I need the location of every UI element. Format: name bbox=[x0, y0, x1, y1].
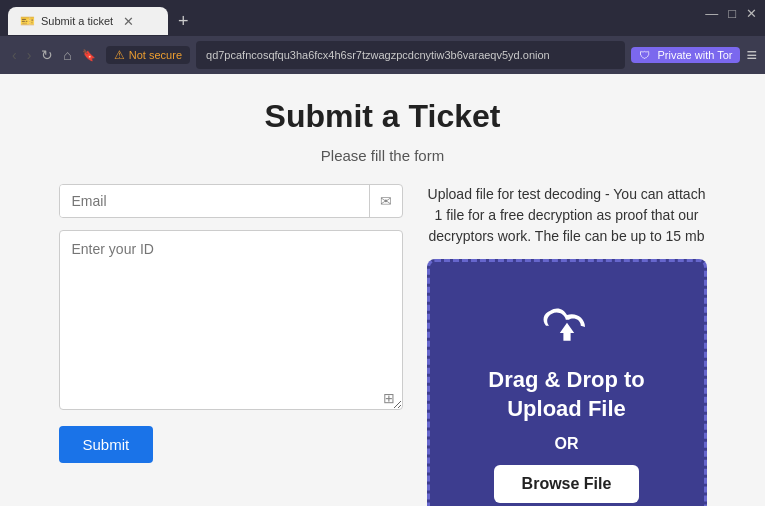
upload-section: Upload file for test decoding - You can … bbox=[427, 184, 707, 506]
back-button[interactable]: ‹ bbox=[8, 45, 21, 65]
tab-close-button[interactable]: ✕ bbox=[123, 14, 134, 29]
active-tab[interactable]: 🎫 Submit a ticket ✕ bbox=[8, 7, 168, 35]
email-icon: ✉ bbox=[369, 185, 402, 217]
refresh-button[interactable]: ↻ bbox=[37, 45, 57, 65]
tab-title: Submit a ticket bbox=[41, 15, 113, 27]
tor-shield-icon: 🛡 bbox=[639, 49, 650, 61]
minimize-button[interactable]: — bbox=[705, 6, 718, 21]
tor-label: Private with Tor bbox=[657, 49, 732, 61]
cloud-upload-icon bbox=[537, 294, 597, 354]
tab-favicon: 🎫 bbox=[20, 14, 35, 28]
submit-button[interactable]: Submit bbox=[59, 426, 154, 463]
id-textarea-wrap: ⊞ bbox=[59, 230, 403, 414]
close-window-button[interactable]: ✕ bbox=[746, 6, 757, 21]
new-tab-button[interactable]: + bbox=[172, 11, 195, 32]
drop-zone-text: Drag & Drop to Upload File bbox=[450, 366, 684, 423]
menu-button[interactable]: ≡ bbox=[746, 45, 757, 66]
forward-button[interactable]: › bbox=[23, 45, 36, 65]
security-badge: ⚠ Not secure bbox=[106, 46, 190, 64]
bookmark-button[interactable]: 🔖 bbox=[78, 47, 100, 64]
page-subtitle: Please fill the form bbox=[59, 147, 707, 164]
page-content: Submit a Ticket Please fill the form ✉ ⊞… bbox=[0, 74, 765, 506]
email-input[interactable] bbox=[60, 185, 369, 217]
textarea-icon: ⊞ bbox=[383, 390, 395, 406]
form-left: ✉ ⊞ Submit bbox=[59, 184, 403, 463]
browser-window: 🎫 Submit a ticket ✕ + — □ ✕ ‹ › ↻ ⌂ 🔖 ⚠ bbox=[0, 0, 765, 506]
upload-description: Upload file for test decoding - You can … bbox=[427, 184, 707, 247]
svg-marker-0 bbox=[559, 323, 573, 341]
drop-zone[interactable]: Drag & Drop to Upload File OR Browse Fil… bbox=[427, 259, 707, 506]
or-text: OR bbox=[555, 435, 579, 453]
url-bar[interactable]: qd7pcafncosqfqu3ha6fcx4h6sr7tzwagzpcdcny… bbox=[196, 41, 625, 69]
warning-icon: ⚠ bbox=[114, 48, 125, 62]
id-textarea[interactable] bbox=[59, 230, 403, 410]
url-text: qd7pcafncosqfqu3ha6fcx4h6sr7tzwagzpcdcny… bbox=[206, 49, 550, 61]
nav-arrows: ‹ › ↻ ⌂ 🔖 bbox=[8, 45, 100, 65]
browse-file-button[interactable]: Browse File bbox=[494, 465, 640, 503]
home-button[interactable]: ⌂ bbox=[59, 45, 75, 65]
page-title: Submit a Ticket bbox=[59, 98, 707, 135]
security-label: Not secure bbox=[129, 49, 182, 61]
tor-badge: 🛡 Private with Tor bbox=[631, 47, 740, 63]
maximize-button[interactable]: □ bbox=[728, 6, 736, 21]
email-field-wrap: ✉ bbox=[59, 184, 403, 218]
form-section: ✉ ⊞ Submit Upload file for test decoding… bbox=[59, 184, 707, 506]
